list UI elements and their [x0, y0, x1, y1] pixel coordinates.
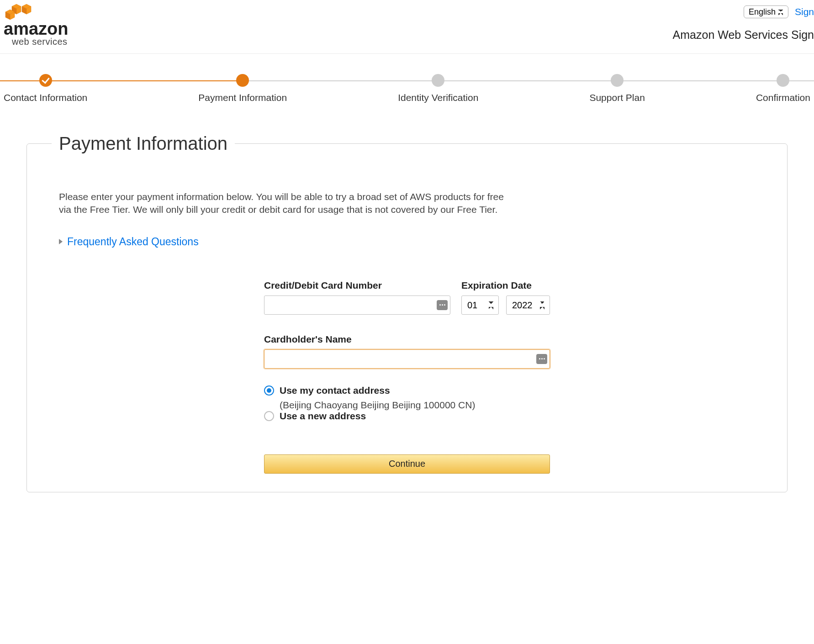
- topbar: amazon web services English Sign Amazon …: [0, 0, 814, 54]
- aws-logo: amazon web services: [0, 3, 73, 50]
- signup-stepper: Contact Information Payment Information …: [0, 74, 814, 103]
- use-contact-address-radio[interactable]: Use my contact address: [264, 385, 550, 396]
- input-suffix-icon[interactable]: [437, 300, 448, 310]
- panel-title: Payment Information: [52, 133, 235, 154]
- use-contact-address-label: Use my contact address: [280, 385, 390, 396]
- faq-link[interactable]: Frequently Asked Questions: [67, 236, 199, 248]
- logo-text-line1: amazon: [4, 19, 68, 38]
- step-confirmation: Confirmation: [756, 74, 810, 103]
- step-label: Identity Verification: [398, 92, 478, 103]
- use-new-address-radio[interactable]: Use a new address: [264, 411, 550, 422]
- top-right: English Sign Amazon Web Services Sign: [673, 3, 814, 42]
- use-new-address-label: Use a new address: [280, 411, 366, 422]
- header-tagline: Amazon Web Services Sign: [673, 28, 814, 42]
- step-dot-icon: [611, 74, 624, 87]
- cardholder-name-label: Cardholder's Name: [264, 334, 550, 345]
- sign-link[interactable]: Sign: [795, 6, 814, 17]
- step-identity-verification: Identity Verification: [398, 74, 478, 103]
- step-contact-information: Contact Information: [4, 74, 87, 103]
- caret-right-icon: [59, 239, 63, 244]
- contact-address-value: (Beijing Chaoyang Beijing Beijing 100000…: [280, 400, 550, 411]
- step-label: Payment Information: [198, 92, 287, 103]
- step-dot-active-icon: [236, 74, 249, 87]
- step-label: Contact Information: [4, 92, 87, 103]
- panel-intro: Please enter your payment information be…: [59, 190, 507, 216]
- radio-checked-icon: [264, 385, 274, 396]
- payment-information-panel: Payment Information Please enter your pa…: [26, 133, 788, 492]
- step-dot-icon: [432, 74, 444, 87]
- step-label: Support Plan: [589, 92, 645, 103]
- step-label: Confirmation: [756, 92, 810, 103]
- step-dot-done-icon: [39, 74, 52, 87]
- payment-form: Credit/Debit Card Number Expiration Date…: [264, 280, 550, 474]
- card-number-input[interactable]: [264, 296, 450, 315]
- step-support-plan: Support Plan: [589, 74, 645, 103]
- expiration-date-label: Expiration Date: [461, 280, 550, 291]
- continue-button[interactable]: Continue: [264, 454, 550, 474]
- radio-unchecked-icon: [264, 411, 274, 421]
- language-select[interactable]: English: [744, 5, 788, 18]
- step-dot-icon: [777, 74, 789, 87]
- card-number-label: Credit/Debit Card Number: [264, 280, 450, 291]
- input-suffix-icon[interactable]: [536, 354, 547, 364]
- logo-text-line2: web services: [11, 37, 68, 47]
- expiration-year-select[interactable]: 2022: [506, 296, 550, 315]
- cardholder-name-input[interactable]: [264, 349, 550, 369]
- step-payment-information: Payment Information: [198, 74, 287, 103]
- expiration-month-select[interactable]: 01: [461, 296, 499, 315]
